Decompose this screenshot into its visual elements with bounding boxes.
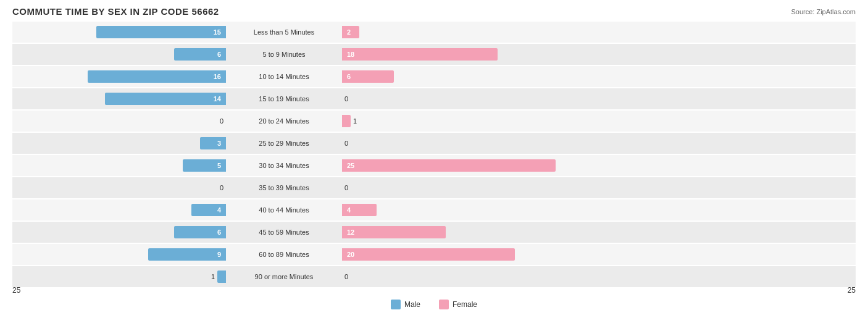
right-section: 0 xyxy=(340,177,556,198)
female-bar: 2 xyxy=(342,26,359,38)
legend: Male Female xyxy=(12,300,856,309)
chart-row: 4 40 to 44 Minutes 4 xyxy=(12,199,856,220)
female-color-box xyxy=(439,300,449,309)
male-value-inside: 15 xyxy=(211,28,223,36)
axis-max-label: 25 xyxy=(848,286,856,295)
row-label: 40 to 44 Minutes xyxy=(228,206,340,214)
female-bar: 4 xyxy=(342,204,377,216)
male-value-outside: 1 xyxy=(211,273,215,280)
chart-row: 6 5 to 9 Minutes 18 xyxy=(12,44,856,65)
legend-female: Female xyxy=(439,300,477,309)
chart-row: 5 30 to 34 Minutes 25 xyxy=(12,155,856,176)
female-bar xyxy=(342,115,351,127)
male-bar: 15 xyxy=(96,26,226,38)
chart-row: 3 25 to 29 Minutes 0 xyxy=(12,133,856,154)
male-bar: 4 xyxy=(191,204,226,216)
left-section: 15 xyxy=(12,22,228,43)
male-bar: 9 xyxy=(148,248,226,261)
row-label: 10 to 14 Minutes xyxy=(228,73,340,80)
male-color-box xyxy=(391,300,401,309)
female-value-inside: 2 xyxy=(344,28,353,36)
row-label: 90 or more Minutes xyxy=(228,273,340,280)
chart-row: 15 Less than 5 Minutes 2 xyxy=(12,22,856,43)
right-section: 0 xyxy=(340,266,556,287)
right-section: 25 xyxy=(340,155,556,176)
title-bar: COMMUTE TIME BY SEX IN ZIP CODE 56662 So… xyxy=(12,6,856,17)
source-text: Source: ZipAtlas.com xyxy=(791,8,856,15)
female-bar: 20 xyxy=(342,248,515,261)
female-value-inside: 4 xyxy=(344,206,353,214)
male-value-inside: 5 xyxy=(215,162,223,169)
right-section: 0 xyxy=(340,133,556,154)
female-value-inside: 18 xyxy=(344,51,357,58)
row-label: 5 to 9 Minutes xyxy=(228,51,340,58)
male-value-inside: 6 xyxy=(215,229,223,236)
row-label: 20 to 24 Minutes xyxy=(228,117,340,125)
chart-row: 1 90 or more Minutes 0 xyxy=(12,266,856,287)
axis-min-label: 25 xyxy=(12,286,20,295)
left-section: 5 xyxy=(12,155,228,176)
row-label: 30 to 34 Minutes xyxy=(228,162,340,169)
chart-title: COMMUTE TIME BY SEX IN ZIP CODE 56662 xyxy=(12,6,219,17)
female-bar: 6 xyxy=(342,70,394,83)
row-label: 35 to 39 Minutes xyxy=(228,184,340,191)
female-value-inside: 12 xyxy=(344,229,357,236)
female-bar: 25 xyxy=(342,159,556,172)
right-section: 6 xyxy=(340,66,556,87)
male-zero: 0 xyxy=(220,117,223,125)
female-value-inside: 25 xyxy=(344,162,357,169)
left-section: 14 xyxy=(12,88,228,109)
chart-row: 16 10 to 14 Minutes 6 xyxy=(12,66,856,87)
right-section: 4 xyxy=(340,199,556,220)
female-zero: 0 xyxy=(344,184,348,191)
female-zero: 0 xyxy=(344,95,348,103)
right-section: 20 xyxy=(340,244,556,265)
legend-male: Male xyxy=(391,300,420,309)
female-label: Female xyxy=(453,300,477,309)
left-section: 1 xyxy=(12,266,228,287)
chart-container: COMMUTE TIME BY SEX IN ZIP CODE 56662 So… xyxy=(0,0,868,323)
chart-row: 0 35 to 39 Minutes 0 xyxy=(12,177,856,198)
male-bar: 16 xyxy=(88,70,226,83)
row-label: 25 to 29 Minutes xyxy=(228,140,340,147)
female-value-inside: 20 xyxy=(344,251,357,258)
female-value-inside: 6 xyxy=(344,73,353,80)
right-section: 1 xyxy=(340,111,556,132)
left-section: 6 xyxy=(12,222,228,243)
left-section: 0 xyxy=(12,177,228,198)
male-value-inside: 9 xyxy=(215,251,223,258)
chart-row: 6 45 to 59 Minutes 12 xyxy=(12,222,856,243)
right-section: 18 xyxy=(340,44,556,65)
left-section: 6 xyxy=(12,44,228,65)
chart-area: 15 Less than 5 Minutes 2 6 5 to 9 Minute… xyxy=(12,22,856,281)
chart-row: 0 20 to 24 Minutes 1 xyxy=(12,111,856,132)
left-section: 4 xyxy=(12,199,228,220)
row-label: 45 to 59 Minutes xyxy=(228,229,340,236)
male-bar xyxy=(217,271,226,283)
male-label: Male xyxy=(404,300,420,309)
row-label: 60 to 89 Minutes xyxy=(228,251,340,258)
row-label: Less than 5 Minutes xyxy=(228,28,340,36)
male-value-inside: 16 xyxy=(211,73,223,80)
male-bar: 6 xyxy=(174,48,226,61)
male-bar: 6 xyxy=(174,226,226,238)
left-section: 0 xyxy=(12,111,228,132)
female-zero: 0 xyxy=(344,140,348,147)
left-section: 3 xyxy=(12,133,228,154)
chart-row: 14 15 to 19 Minutes 0 xyxy=(12,88,856,109)
right-section: 2 xyxy=(340,22,556,43)
female-zero: 0 xyxy=(344,273,348,280)
female-bar: 12 xyxy=(342,226,446,238)
female-bar: 18 xyxy=(342,48,498,61)
male-value-inside: 6 xyxy=(215,51,223,58)
female-value-outside: 1 xyxy=(353,117,357,125)
male-value-inside: 4 xyxy=(215,206,223,214)
male-value-inside: 3 xyxy=(215,140,223,147)
male-value-inside: 14 xyxy=(211,95,223,103)
male-bar: 5 xyxy=(183,159,226,172)
male-zero: 0 xyxy=(220,184,223,191)
left-section: 16 xyxy=(12,66,228,87)
right-section: 0 xyxy=(340,88,556,109)
chart-row: 9 60 to 89 Minutes 20 xyxy=(12,244,856,265)
male-bar: 14 xyxy=(105,93,226,105)
